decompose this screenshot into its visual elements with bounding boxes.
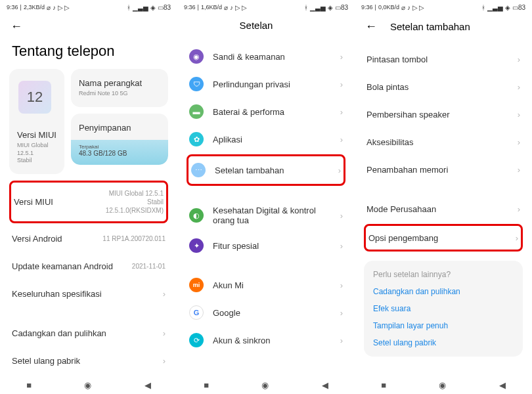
chevron-icon: › xyxy=(518,110,520,120)
header: Setelan xyxy=(177,14,355,36)
list-label: Aplikasi xyxy=(213,135,242,144)
card-sub: MIUI Global 12.5.1 Stabil xyxy=(17,142,56,165)
chevron-icon: › xyxy=(338,165,341,175)
speaker-clean-row[interactable]: Pembersihan speaker › xyxy=(364,100,523,128)
chevron-icon: › xyxy=(340,79,343,89)
battery-row[interactable]: ▬Baterai & performa › xyxy=(187,98,345,125)
memory-extension-row[interactable]: Penambahan memori › xyxy=(364,156,523,183)
list-value: 2021-11-01 xyxy=(132,263,166,270)
nav-recents-icon[interactable]: ■ xyxy=(381,380,386,390)
apps-icon: ✿ xyxy=(189,132,204,146)
nav-home-icon[interactable]: ◉ xyxy=(84,380,91,390)
android-version-row[interactable]: Versi Android 11 RP1A.200720.011 xyxy=(9,225,168,252)
back-arrow-icon[interactable]: ← xyxy=(11,20,22,33)
list-label: Pembersihan speaker xyxy=(366,110,449,120)
footer-link-reset[interactable]: Setel ulang pabrik xyxy=(373,338,514,347)
button-shortcuts-row[interactable]: Pintasan tombol › xyxy=(364,45,523,73)
battery-icon: ▭83 xyxy=(512,4,525,11)
nav-back-icon[interactable]: ◀ xyxy=(322,380,328,390)
digital-wellbeing-row[interactable]: ◐Kesehatan Digital & kontrol orang tua › xyxy=(187,199,345,232)
nav-home-icon[interactable]: ◉ xyxy=(439,380,446,390)
security-update-row[interactable]: Update keamanan Android 2021-11-01 xyxy=(9,252,168,280)
wifi-icon: ◈ xyxy=(505,4,510,11)
developer-options-row[interactable]: Opsi pengembang › xyxy=(364,224,523,252)
page-title: Setelan tambahan xyxy=(390,21,470,32)
quick-ball-row[interactable]: Bola pintas › xyxy=(364,73,523,100)
list-label: Kesehatan Digital & kontrol orang tua xyxy=(213,206,318,225)
google-icon: G xyxy=(189,305,204,320)
device-name-card[interactable]: Nama perangkat Redmi Note 10 5G xyxy=(71,69,168,107)
battery-icon: ▬ xyxy=(189,104,204,119)
chevron-icon: › xyxy=(163,289,166,299)
nav-home-icon[interactable]: ◉ xyxy=(261,380,269,390)
chevron-icon: › xyxy=(518,55,520,64)
mi-icon: mi xyxy=(189,278,204,292)
list-label: Versi Android xyxy=(12,234,62,244)
nav-recents-icon[interactable]: ■ xyxy=(204,380,209,390)
factory-reset-row[interactable]: Setel ulang pabrik › xyxy=(9,347,168,374)
card-label: Nama perangkat xyxy=(79,78,160,88)
privacy-row[interactable]: 🛡Perlindungan privasi › xyxy=(187,70,345,98)
google-row[interactable]: GGoogle › xyxy=(187,299,345,326)
list-label: Cadangkan dan pulihkan xyxy=(12,328,106,338)
apps-row[interactable]: ✿Aplikasi › xyxy=(187,125,345,153)
accounts-sync-row[interactable]: ⟳Akun & sinkron › xyxy=(187,326,345,354)
status-bar: 9:36 | 0,0KB/d ⌀ ♪ ▷ ▷ ᚼ ▁▃▅ ◈ ▭83 xyxy=(355,0,532,14)
special-features-row[interactable]: ✦Fitur spesial › xyxy=(187,232,345,259)
bluetooth-icon: ᚼ xyxy=(127,4,131,11)
battery-icon: ▭83 xyxy=(335,4,348,11)
nav-recents-icon[interactable]: ■ xyxy=(26,380,32,390)
list-label: Google xyxy=(213,308,240,318)
chevron-icon: › xyxy=(163,356,166,366)
signal-icon: ▁▃▅ xyxy=(133,4,148,11)
shield-icon: 🛡 xyxy=(189,77,204,91)
chevron-icon: › xyxy=(518,137,520,147)
list-value: 11 RP1A.200720.011 xyxy=(102,235,166,242)
chevron-icon: › xyxy=(340,135,343,144)
page-title: Setelan xyxy=(188,20,324,31)
list-label: Setel ulang pabrik xyxy=(12,356,80,366)
nav-bar: ■ ◉ ◀ xyxy=(355,376,532,394)
nav-back-icon[interactable]: ◀ xyxy=(499,380,506,390)
chevron-icon: › xyxy=(163,328,166,338)
backup-restore-row[interactable]: Cadangkan dan pulihkan › xyxy=(9,319,168,347)
miui-logo-icon: 12 xyxy=(18,81,51,114)
status-bar: 9:36 | 1,6KB/d ⌀ ♪ ▷ ▷ ᚼ ▁▃▅ ◈ ▭83 xyxy=(177,0,355,14)
list-label: Versi MIUI xyxy=(14,197,53,207)
nav-back-icon[interactable]: ◀ xyxy=(144,380,151,390)
mi-account-row[interactable]: miAkun Mi › xyxy=(187,271,345,299)
header: ← Setelan tambahan xyxy=(355,14,532,39)
footer-link-fullscreen[interactable]: Tampilan layar penuh xyxy=(373,321,514,330)
accessibility-row[interactable]: Aksesibilitas › xyxy=(364,128,523,156)
wellbeing-icon: ◐ xyxy=(189,208,204,223)
back-arrow-icon[interactable]: ← xyxy=(365,20,377,33)
list-label: Aksesibilitas xyxy=(366,137,414,147)
storage-text: Terpakai 48.3 GB/128 GB xyxy=(79,144,127,157)
star-icon: ✦ xyxy=(189,238,204,253)
list-label: Update keamanan Android xyxy=(12,261,113,271)
additional-settings-row[interactable]: ⋯Setelan tambahan › xyxy=(187,154,345,186)
storage-card[interactable]: Penyimpanan Terpakai 48.3 GB/128 GB xyxy=(71,114,168,165)
password-security-row[interactable]: ◉Sandi & keamanan › xyxy=(187,43,345,70)
miui-version-row[interactable]: Versi MIUI MIUI Global 12.5.1 Stabil 12.… xyxy=(9,181,168,223)
more-icon: ⋯ xyxy=(191,163,206,177)
list-label: Mode Perusahaan xyxy=(366,204,436,214)
signal-icon: ▁▃▅ xyxy=(487,4,503,11)
page-title: Tentang telepon xyxy=(0,39,177,69)
additional-settings-panel: 9:36 | 0,0KB/d ⌀ ♪ ▷ ▷ ᚼ ▁▃▅ ◈ ▭83 ← Set… xyxy=(355,0,532,394)
miui-version-card[interactable]: 12 Versi MIUI MIUI Global 12.5.1 Stabil xyxy=(9,69,64,174)
list-label: Bola pintas xyxy=(366,82,409,92)
lock-icon: ◉ xyxy=(189,49,204,64)
full-specs-row[interactable]: Keseluruhan spesifikasi › xyxy=(9,280,168,307)
chevron-icon: › xyxy=(340,52,343,62)
chevron-icon: › xyxy=(518,204,520,214)
footer-link-backup[interactable]: Cadangkan dan pulihkan xyxy=(373,287,514,296)
settings-panel: 9:36 | 1,6KB/d ⌀ ♪ ▷ ▷ ᚼ ▁▃▅ ◈ ▭83 Setel… xyxy=(177,0,355,394)
chevron-icon: › xyxy=(340,241,343,251)
bluetooth-icon: ᚼ xyxy=(304,4,308,11)
footer-link-sound[interactable]: Efek suara xyxy=(373,304,514,313)
chevron-icon: › xyxy=(518,82,520,92)
enterprise-mode-row[interactable]: Mode Perusahaan › xyxy=(364,195,523,223)
chevron-icon: › xyxy=(340,336,343,345)
wifi-icon: ◈ xyxy=(150,4,156,11)
